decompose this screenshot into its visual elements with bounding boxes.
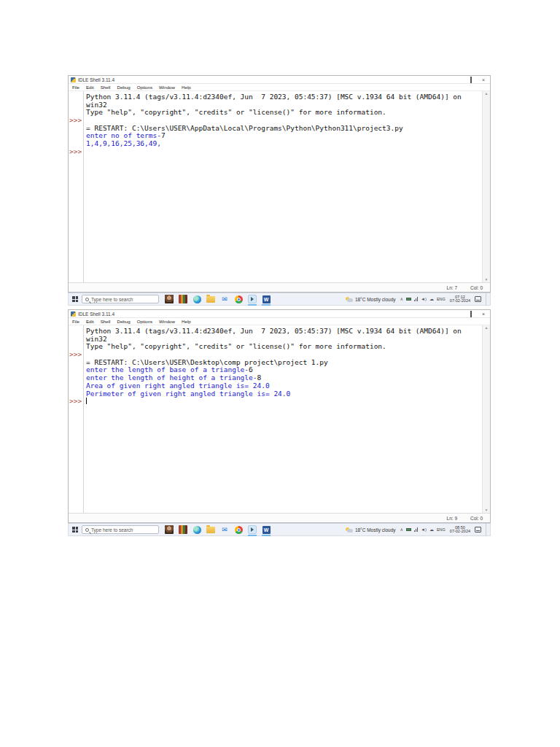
menu-item-file[interactable]: File	[72, 319, 79, 324]
maximize-button[interactable]	[470, 311, 472, 317]
text-cursor	[86, 398, 87, 404]
start-button[interactable]	[69, 524, 82, 535]
menu-item-edit[interactable]: Edit	[86, 319, 94, 324]
scroll-down-icon[interactable]: ▼	[485, 278, 489, 282]
action-center-icon[interactable]	[475, 527, 481, 533]
shell-line: 1,4,9,16,25,36,49,	[86, 140, 481, 148]
word-taskbar-button[interactable]: W	[262, 295, 271, 303]
shell-prompt-empty	[69, 366, 83, 374]
file-explorer-taskbar-button[interactable]	[206, 525, 215, 534]
volume-icon[interactable]: ◄)	[421, 527, 427, 532]
menu-item-options[interactable]: Options	[137, 319, 152, 324]
mail-taskbar-button[interactable]: ✉	[220, 525, 229, 534]
file-explorer-icon	[206, 296, 215, 303]
menu-item-help[interactable]: Help	[182, 85, 191, 90]
menu-item-options[interactable]: Options	[137, 85, 152, 90]
shell-prompt-empty	[69, 328, 83, 336]
idle-taskbar-button[interactable]	[248, 295, 257, 303]
network-icon[interactable]	[414, 297, 418, 301]
language-indicator[interactable]: ENG	[437, 527, 446, 532]
battery-icon[interactable]	[406, 528, 411, 531]
prompt-sidebar: >>>>>>	[69, 91, 84, 282]
console-text: 6	[249, 365, 253, 374]
shell-output: Python 3.11.4 (tags/v3.11.4:d2340ef, Jun…	[84, 325, 482, 513]
onedrive-icon[interactable]: ☁	[429, 527, 434, 532]
shell-text-area[interactable]: >>>>>> Python 3.11.4 (tags/v3.11.4:d2340…	[69, 91, 490, 282]
taskbar-search-box[interactable]: Type here to search	[82, 525, 159, 534]
shell-prompt: >>>	[69, 117, 83, 125]
network-icon[interactable]	[414, 527, 418, 532]
start-button[interactable]	[69, 293, 82, 305]
stdout-text: enter no of terms-	[86, 131, 161, 139]
menu-item-shell[interactable]: Shell	[101, 85, 111, 90]
menu-item-window[interactable]: Window	[159, 319, 175, 324]
tray-chevron-icon[interactable]: ∧	[400, 527, 403, 532]
menu-item-window[interactable]: Window	[159, 85, 175, 90]
menu-item-file[interactable]: File	[72, 85, 79, 90]
taskbar-weather[interactable]: 18°C Mostly cloudy	[346, 527, 396, 533]
taskbar-weather[interactable]: 18°C Mostly cloudy	[346, 297, 396, 302]
menu-item-shell[interactable]: Shell	[101, 319, 111, 324]
shell-line	[86, 148, 481, 156]
taskbar-right-section: 18°C Mostly cloudy ∧ ◄) ☁ ENG 07:12 07-0…	[346, 293, 490, 306]
stdout-text: Perimeter of given right angled triangle…	[86, 390, 290, 398]
taskbar-pinned-icons: ✉W	[165, 525, 271, 534]
chrome-taskbar-button[interactable]	[234, 295, 243, 303]
show-desktop-button[interactable]	[486, 523, 488, 536]
weather-icon	[346, 297, 353, 302]
show-desktop-button[interactable]	[486, 293, 488, 306]
books-taskbar-button[interactable]	[179, 295, 187, 303]
menu-item-help[interactable]: Help	[182, 319, 191, 324]
shell-prompt-empty	[69, 359, 83, 367]
chrome-icon	[235, 295, 243, 303]
close-button[interactable]: ×	[482, 77, 485, 82]
system-tray: ∧ ◄) ☁ ENG	[400, 527, 446, 532]
scroll-down-icon[interactable]: ▼	[485, 508, 489, 512]
weather-text: 18°C Mostly cloudy	[355, 527, 396, 533]
system-tray: ∧ ◄) ☁ ENG	[400, 297, 446, 301]
mail-taskbar-button[interactable]: ✉	[220, 295, 229, 303]
menu-item-debug[interactable]: Debug	[117, 85, 130, 90]
idle-shell-window: IDLE Shell 3.11.4 × FileEditShellDebugOp…	[68, 75, 491, 293]
chrome-taskbar-button[interactable]	[234, 525, 243, 534]
clock-date: 07-02-2024	[450, 299, 470, 303]
onedrive-icon[interactable]: ☁	[429, 297, 434, 301]
vertical-scrollbar[interactable]: ▲ ▼	[482, 91, 490, 282]
shell-text-area[interactable]: >>>>>> Python 3.11.4 (tags/v3.11.4:d2340…	[69, 325, 490, 513]
avatar-taskbar-button[interactable]	[165, 295, 174, 303]
word-taskbar-button[interactable]: W	[262, 525, 271, 534]
file-explorer-icon	[206, 527, 215, 533]
menu-item-edit[interactable]: Edit	[86, 85, 94, 90]
scroll-up-icon[interactable]: ▲	[485, 92, 489, 96]
word-icon: W	[262, 295, 271, 303]
menu-item-debug[interactable]: Debug	[117, 319, 130, 324]
shell-prompt-empty	[69, 101, 83, 109]
mail-icon: ✉	[222, 296, 228, 303]
status-bar: Ln: 9 Col: 0	[69, 513, 490, 522]
volume-icon[interactable]: ◄)	[421, 297, 427, 301]
edge-taskbar-button[interactable]	[192, 525, 201, 534]
status-line-number: Ln: 7	[447, 285, 457, 290]
console-text: Python 3.11.4 (tags/v3.11.4:d2340ef, Jun…	[86, 93, 462, 101]
maximize-button[interactable]	[470, 77, 472, 82]
taskbar-search-box[interactable]: Type here to search	[82, 295, 159, 303]
taskbar-clock[interactable]: 08:50 07-02-2024	[450, 526, 470, 534]
books-taskbar-button[interactable]	[179, 525, 187, 534]
taskbar-pinned-icons: ✉W	[165, 295, 271, 303]
battery-icon[interactable]	[406, 298, 411, 301]
tray-chevron-icon[interactable]: ∧	[400, 297, 403, 301]
close-button[interactable]: ×	[482, 311, 485, 317]
avatar-taskbar-button[interactable]	[165, 525, 174, 534]
console-text: 7	[161, 131, 166, 139]
scroll-up-icon[interactable]: ▲	[485, 326, 489, 330]
menu-bar: FileEditShellDebugOptionsWindowHelp	[69, 84, 490, 91]
language-indicator[interactable]: ENG	[437, 297, 446, 301]
taskbar-clock[interactable]: 07:12 07-02-2024	[450, 295, 470, 303]
prompt-sidebar: >>>>>>	[69, 325, 84, 513]
idle-taskbar-button[interactable]	[248, 525, 257, 534]
action-center-icon[interactable]	[475, 296, 481, 302]
vertical-scrollbar[interactable]: ▲ ▼	[482, 325, 490, 513]
console-text: Python 3.11.4 (tags/v3.11.4:d2340ef, Jun…	[86, 327, 462, 335]
edge-taskbar-button[interactable]	[192, 295, 201, 303]
file-explorer-taskbar-button[interactable]	[206, 295, 215, 303]
